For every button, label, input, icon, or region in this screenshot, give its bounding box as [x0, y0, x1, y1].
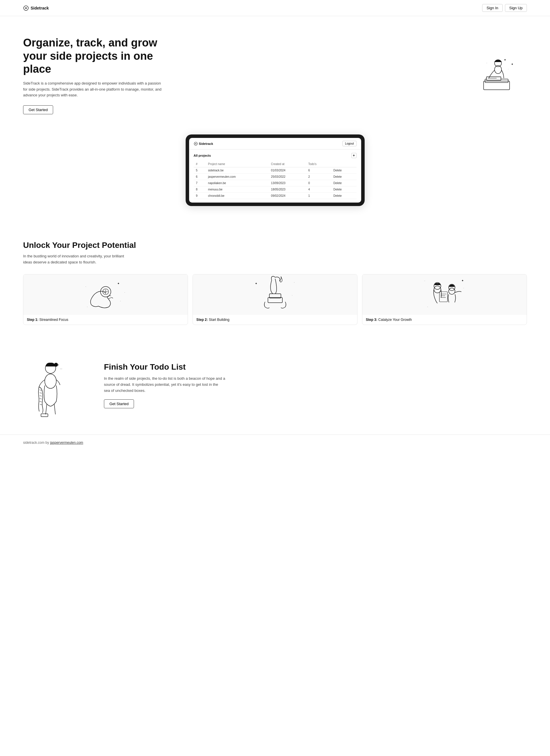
delete-button[interactable]: Delete — [334, 181, 342, 185]
col-id: # — [194, 161, 206, 167]
svg-text:?: ? — [58, 364, 59, 366]
cell-todos: 2 — [306, 174, 331, 180]
step-2-illustration: ✦ · · — [193, 274, 357, 315]
tablet-section: Sidetrack Logout All projects + # Projec… — [0, 129, 550, 223]
nav-buttons: Sign In Sign Up — [482, 4, 527, 12]
tablet-body: All projects + # Project name Created at… — [189, 149, 361, 203]
table-row: 9 chronobili.be 09/02/2024 1 Delete — [194, 193, 357, 199]
table-row: 8 menuuu.be 18/05/2023 4 Delete — [194, 186, 357, 193]
cell-id: 9 — [194, 193, 206, 199]
steps-grid: · ✦ · · · Step 1: Streamlined Focus — [23, 274, 527, 325]
cell-name: napoliaken.be — [206, 180, 269, 186]
svg-line-47 — [40, 404, 42, 405]
hero-title: Organize, track, and grow your side proj… — [23, 36, 162, 76]
footer-link[interactable]: jaspervermeulen.com — [50, 441, 83, 445]
svg-point-33 — [449, 288, 455, 294]
step-2-caption: Step 2: Start Building — [193, 315, 357, 325]
delete-button[interactable]: Delete — [334, 188, 342, 191]
svg-rect-41 — [41, 414, 48, 417]
step-1-svg: · ✦ · · · — [80, 276, 132, 313]
svg-text:·: · — [508, 68, 509, 70]
svg-text:✦: ✦ — [117, 282, 119, 285]
tablet-logout-button[interactable]: Logout — [343, 141, 357, 146]
table-body: 5 sidetrack.be 01/03/2024 6 Delete 6 jas… — [194, 167, 357, 199]
tablet-table-title: All projects + — [194, 153, 357, 158]
sign-up-button[interactable]: Sign Up — [505, 4, 527, 12]
step-card-3: · ✦ · · Step 3: Catalyze Your Growth — [362, 274, 527, 325]
cell-id: 8 — [194, 186, 206, 193]
hero-svg: ✦ · · ✦ — [466, 49, 524, 101]
step-1-illustration: · ✦ · · · — [23, 274, 188, 315]
tablet-logo-text: Sidetrack — [199, 142, 213, 145]
unlock-description: In the bustling world of innovation and … — [23, 253, 133, 265]
cell-created: 13/09/2023 — [269, 180, 306, 186]
svg-line-45 — [40, 398, 42, 399]
cell-id: 5 — [194, 167, 206, 174]
hero-cta-button[interactable]: Get Started — [23, 105, 53, 114]
delete-button[interactable]: Delete — [334, 169, 342, 172]
cell-delete: Delete — [331, 186, 357, 193]
col-action — [331, 161, 357, 167]
step-3-illustration: · ✦ · · — [362, 274, 527, 315]
svg-text:·: · — [294, 281, 295, 284]
cell-created: 18/05/2023 — [269, 186, 306, 193]
cell-name: sidetrack.be — [206, 167, 269, 174]
delete-button[interactable]: Delete — [334, 175, 342, 178]
hero-section: Organize, track, and grow your side proj… — [0, 16, 550, 129]
svg-line-43 — [40, 393, 42, 393]
step-2-svg: ✦ · · — [249, 276, 301, 313]
svg-line-44 — [40, 396, 42, 396]
cell-todos: 1 — [306, 193, 331, 199]
svg-rect-3 — [487, 77, 501, 80]
step-3-title: Catalyze Your Growth — [378, 318, 412, 322]
step-3-svg: · ✦ · · — [419, 276, 471, 313]
delete-button[interactable]: Delete — [334, 194, 342, 197]
table-row: 7 napoliaken.be 13/09/2023 0 Delete — [194, 180, 357, 186]
svg-text:·: · — [463, 287, 464, 289]
table-row: 6 jaspervermeulen.com 25/03/2022 2 Delet… — [194, 174, 357, 180]
todo-svg: ··· ? — [26, 354, 84, 417]
svg-line-42 — [40, 390, 42, 390]
col-name: Project name — [206, 161, 269, 167]
svg-text:✦: ✦ — [504, 58, 506, 61]
step-1-label: Step 1: — [27, 318, 39, 322]
hero-text: Organize, track, and grow your side proj… — [23, 36, 162, 114]
unlock-section: Unlock Your Project Potential In the bus… — [0, 223, 550, 336]
svg-text:·: · — [85, 285, 86, 288]
cell-delete: Delete — [331, 174, 357, 180]
tablet-screen: Sidetrack Logout All projects + # Projec… — [189, 138, 361, 203]
cell-todos: 0 — [306, 180, 331, 186]
tablet-add-button[interactable]: + — [351, 153, 357, 158]
step-3-caption: Step 3: Catalyze Your Growth — [362, 315, 527, 325]
svg-text:·: · — [124, 291, 125, 293]
todo-cta-button[interactable]: Get Started — [104, 399, 134, 408]
cell-created: 25/03/2022 — [269, 174, 306, 180]
cell-delete: Delete — [331, 193, 357, 199]
navbar: Sidetrack Sign In Sign Up — [0, 0, 550, 16]
table-row: 5 sidetrack.be 01/03/2024 6 Delete — [194, 167, 357, 174]
cell-delete: Delete — [331, 167, 357, 174]
cell-todos: 6 — [306, 167, 331, 174]
svg-text:·: · — [120, 300, 121, 302]
logo: Sidetrack — [23, 5, 49, 11]
todo-text: Finish Your Todo List In the realm of si… — [104, 362, 225, 408]
svg-text:···: ··· — [60, 367, 62, 370]
todo-description: In the realm of side projects, the to-do… — [104, 376, 225, 394]
step-2-label: Step 2: — [196, 318, 209, 322]
cell-name: chronobili.be — [206, 193, 269, 199]
svg-text:·: · — [424, 280, 425, 282]
unlock-title: Unlock Your Project Potential — [23, 241, 527, 250]
cell-name: jaspervermeulen.com — [206, 174, 269, 180]
svg-text:·: · — [87, 306, 87, 308]
svg-point-40 — [45, 374, 56, 388]
todo-illustration: ··· ? — [23, 354, 87, 417]
step-1-title: Streamlined Focus — [39, 318, 68, 322]
tablet-logo-icon — [194, 142, 198, 146]
svg-text:✦: ✦ — [255, 282, 257, 285]
step-1-caption: Step 1: Streamlined Focus — [23, 315, 188, 325]
sign-in-button[interactable]: Sign In — [482, 4, 502, 12]
step-2-title: Start Building — [209, 318, 229, 322]
hero-description: SideTrack is a comprehensive app designe… — [23, 81, 162, 98]
logo-icon — [23, 5, 29, 11]
projects-table: # Project name Created at Todo's 5 sidet… — [194, 161, 357, 199]
